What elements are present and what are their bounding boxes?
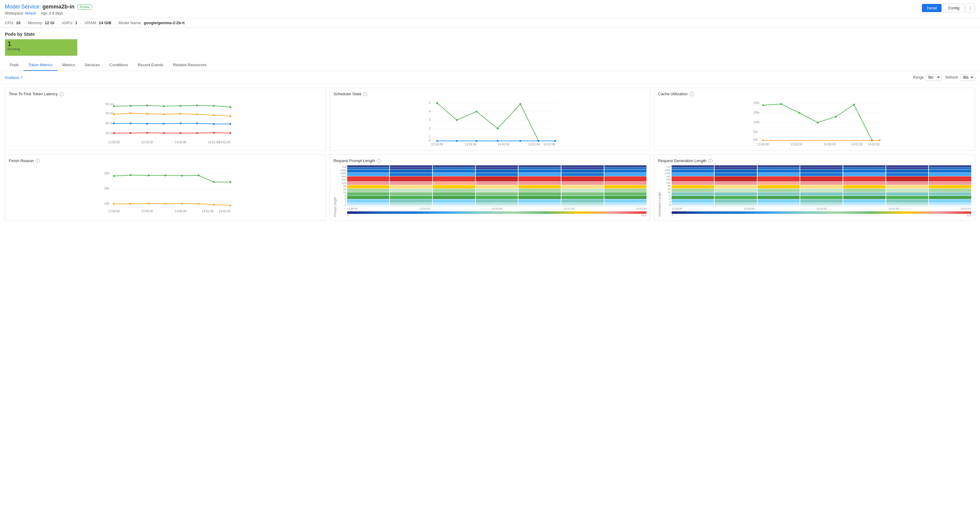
svg-text:14:00:00: 14:00:00	[175, 209, 186, 213]
workspace-link[interactable]: default	[25, 11, 36, 16]
svg-text:14:00:00: 14:00:00	[824, 143, 836, 146]
tab-pods[interactable]: Pods	[5, 60, 24, 71]
tab-token-metrics[interactable]: Token Metrics	[24, 60, 57, 71]
svg-text:0: 0	[429, 139, 431, 142]
svg-point-122	[229, 205, 231, 206]
svg-point-118	[164, 203, 166, 205]
tab-services[interactable]: Services	[80, 60, 105, 71]
svg-point-36	[180, 132, 181, 134]
pods-title: Pods by State	[5, 32, 975, 36]
svg-point-35	[163, 132, 165, 134]
info-icon-gen[interactable]: i	[708, 159, 713, 163]
svg-text:14:01:00: 14:01:00	[528, 143, 540, 146]
heatmap-col	[800, 165, 843, 206]
more-button[interactable]: ⋮	[966, 4, 975, 13]
svg-text:13:59:00: 13:59:00	[791, 143, 802, 146]
chart-prompt-title: Request Prompt Length i	[334, 159, 647, 163]
chart-finish-svg: 300 200 100	[9, 165, 322, 214]
svg-point-39	[229, 132, 231, 134]
svg-text:5: 5	[429, 101, 431, 105]
svg-text:13:58:00: 13:58:00	[757, 143, 769, 146]
chart-ttft: Time To First Token Latency i 60 ms 50 m…	[5, 88, 326, 151]
svg-point-117	[148, 203, 150, 205]
svg-point-87	[781, 103, 783, 105]
svg-point-18	[146, 113, 148, 115]
svg-point-23	[229, 115, 231, 117]
svg-text:14:01:00: 14:01:00	[208, 141, 220, 144]
model-name-info: Model Name: google/gemma-2-2b-it	[119, 21, 185, 25]
svg-point-11	[163, 105, 165, 107]
tab-conditions[interactable]: Conditions	[105, 60, 133, 71]
gen-heatmap	[671, 165, 971, 206]
svg-point-12	[180, 105, 181, 107]
info-icon-finish[interactable]: i	[36, 159, 40, 163]
gen-y-label: Generation Length	[658, 165, 661, 217]
svg-point-90	[835, 116, 837, 117]
pods-section: Pods by State 1 Running	[0, 28, 980, 60]
svg-point-108	[129, 174, 131, 176]
heatmap-col	[347, 165, 390, 206]
svg-text:13:58:00: 13:58:00	[108, 209, 120, 213]
svg-text:2: 2	[429, 127, 431, 130]
grafana-link[interactable]: Grafana ↗	[5, 75, 23, 80]
config-button[interactable]: Config	[943, 4, 964, 13]
external-link-icon: ↗	[20, 76, 23, 79]
svg-text:5%: 5%	[754, 130, 758, 134]
pods-state: Running	[8, 47, 75, 51]
info-icon-ttft[interactable]: i	[60, 92, 64, 96]
svg-text:13:58:00: 13:58:00	[108, 141, 120, 144]
heatmap-col	[605, 165, 647, 206]
chart-gen-title: Request Generation Length i	[658, 159, 971, 163]
svg-point-14	[213, 105, 215, 107]
refresh-select[interactable]: 30s 10s 1m 5m	[960, 74, 975, 81]
svg-point-119	[181, 203, 183, 205]
svg-text:13:59:00: 13:59:00	[142, 209, 153, 213]
metrics-toolbar: Grafana ↗ Range 5m 1m 15m 30m 1h Refresh…	[0, 71, 980, 84]
chart-scheduler-area: 5 4 3 2 1 0	[334, 98, 647, 147]
svg-point-67	[497, 140, 498, 142]
workspace-label: Workspace: default	[5, 11, 36, 16]
gen-heatmap-row: +Inf 2000 1000 500 200 100 50 20 10 5 2 …	[662, 165, 971, 206]
chart-cache: Cache Utilization i 20% 15% 10% 5% 0%	[654, 88, 975, 151]
info-icon-scheduler[interactable]: i	[363, 92, 368, 96]
vram-info: VRAM: 14 GiB	[84, 21, 111, 25]
svg-point-26	[146, 123, 148, 125]
info-icon-prompt[interactable]: i	[377, 159, 381, 163]
svg-text:14:02:00: 14:02:00	[218, 209, 230, 213]
svg-point-111	[181, 175, 183, 177]
svg-text:200: 200	[104, 187, 109, 190]
tab-recent-events[interactable]: Recent Events	[133, 60, 168, 71]
chart-ttft-title: Time To First Token Latency i	[9, 92, 322, 96]
prompt-chart-inner: +Inf 2000 1000 500 200 100 50 20 10 5 2 …	[338, 165, 647, 217]
gen-colorbar: 0 128	[662, 211, 971, 217]
tab-related-resources[interactable]: Related Resources	[168, 60, 212, 71]
svg-point-38	[213, 132, 215, 134]
gen-y-axis: +Inf 2000 1000 500 200 100 50 20 10 5 2 …	[662, 165, 671, 206]
heatmap-col	[390, 165, 432, 206]
prompt-y-label: Prompt Length	[334, 165, 337, 217]
header-actions: Detail Config ⋮	[922, 4, 975, 13]
tab-metrics[interactable]: Metrics	[57, 60, 80, 71]
chart-scheduler: Scheduler State i 5 4 3 2 1 0	[329, 88, 651, 151]
chart-prompt-length: Request Prompt Length i Prompt Length +I…	[329, 155, 651, 221]
svg-point-64	[436, 140, 438, 142]
svg-text:100: 100	[104, 202, 109, 205]
heatmap-col	[562, 165, 604, 206]
info-icon-cache[interactable]: i	[689, 92, 694, 96]
svg-point-116	[129, 203, 131, 205]
chart-gen-length: Request Generation Length i Generation L…	[654, 155, 975, 221]
gen-x-axis: 13:58:00 13:59:00 14:00:00 14:01:00 14:0…	[662, 207, 971, 210]
chart-scheduler-title: Scheduler State i	[334, 92, 647, 96]
svg-text:50 ms: 50 ms	[105, 112, 113, 115]
chart-cache-svg: 20% 15% 10% 5% 0%	[658, 98, 971, 147]
charts-grid: Time To First Token Latency i 60 ms 50 m…	[0, 84, 980, 224]
detail-button[interactable]: Detail	[922, 4, 942, 12]
heatmap-col	[757, 165, 800, 206]
svg-point-109	[148, 174, 150, 176]
svg-text:13:58:00: 13:58:00	[431, 143, 443, 146]
svg-point-25	[129, 122, 131, 124]
svg-point-114	[229, 181, 231, 183]
heatmap-col	[476, 165, 518, 206]
chart-cache-area: 20% 15% 10% 5% 0%	[658, 98, 971, 147]
range-select[interactable]: 5m 1m 15m 30m 1h	[926, 74, 942, 81]
